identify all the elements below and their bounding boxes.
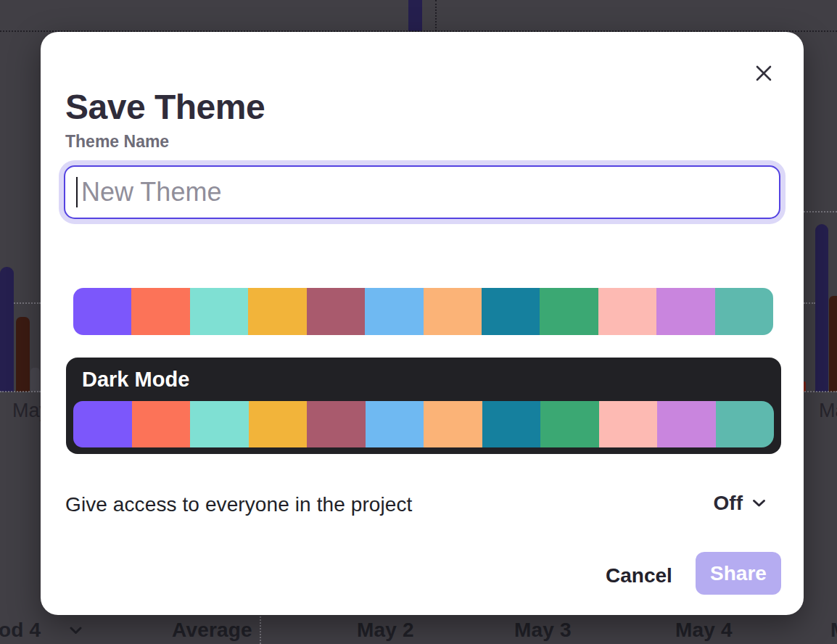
dark-mode-label: Dark Mode bbox=[82, 368, 189, 392]
close-icon[interactable] bbox=[752, 62, 775, 85]
color-swatch bbox=[131, 288, 189, 335]
color-swatch bbox=[657, 401, 716, 447]
gridline bbox=[260, 613, 261, 644]
color-swatch bbox=[598, 288, 656, 335]
chart-bar bbox=[0, 267, 14, 392]
chart-bar bbox=[16, 317, 30, 392]
axis-label: May 4 bbox=[675, 619, 733, 642]
color-swatch bbox=[366, 401, 424, 447]
dark-mode-palette bbox=[73, 401, 774, 447]
color-swatch bbox=[365, 288, 423, 335]
color-swatch bbox=[190, 401, 249, 447]
color-swatch bbox=[73, 401, 132, 447]
color-swatch bbox=[599, 401, 658, 447]
axis-label: M bbox=[830, 619, 837, 642]
save-theme-dialog: Save Theme Theme Name Light Mode Dark Mo… bbox=[41, 32, 804, 615]
axis-label: Average bbox=[172, 619, 252, 642]
color-swatch bbox=[656, 288, 714, 335]
color-swatch bbox=[248, 288, 306, 335]
dialog-title: Save Theme bbox=[65, 90, 265, 125]
color-swatch bbox=[716, 401, 775, 447]
access-value: Off bbox=[714, 492, 743, 515]
color-swatch bbox=[132, 401, 191, 447]
axis-label: Ma bbox=[819, 400, 837, 422]
light-mode-palette bbox=[73, 288, 773, 335]
gridline bbox=[435, 0, 437, 31]
axis-dropdown-label: od 4 bbox=[0, 619, 41, 642]
axis-label: May 3 bbox=[514, 619, 572, 642]
text-cursor bbox=[76, 177, 78, 207]
chevron-down-icon bbox=[70, 627, 82, 635]
access-label: Give access to everyone in the project bbox=[65, 493, 413, 516]
color-swatch bbox=[190, 288, 248, 335]
gridline bbox=[804, 211, 837, 212]
color-swatch bbox=[482, 288, 540, 335]
color-swatch bbox=[249, 401, 308, 447]
color-swatch bbox=[424, 401, 482, 447]
color-swatch bbox=[482, 401, 541, 447]
theme-name-field-wrap bbox=[64, 165, 780, 219]
gridline bbox=[0, 391, 41, 392]
theme-name-label: Theme Name bbox=[65, 132, 169, 152]
cancel-button[interactable]: Cancel bbox=[592, 557, 686, 595]
share-button[interactable]: Share bbox=[696, 552, 781, 595]
screen: May Ma od 4 Average May 2 May 3 May 4 M … bbox=[0, 0, 837, 644]
gridline bbox=[802, 391, 837, 392]
axis-label: May 2 bbox=[357, 619, 414, 642]
color-swatch bbox=[307, 288, 365, 335]
chart-bar bbox=[30, 368, 40, 392]
dark-mode-card: Dark Mode bbox=[66, 358, 781, 454]
gridline bbox=[804, 302, 815, 304]
access-dropdown[interactable]: Off bbox=[714, 492, 766, 515]
color-swatch bbox=[715, 288, 773, 335]
chart-bar bbox=[815, 224, 828, 392]
color-swatch bbox=[540, 288, 598, 335]
color-swatch bbox=[73, 288, 131, 335]
color-swatch bbox=[424, 288, 482, 335]
chart-bar bbox=[408, 0, 422, 31]
chart-bar bbox=[829, 296, 837, 392]
color-swatch bbox=[540, 401, 599, 447]
chevron-down-icon bbox=[752, 499, 766, 508]
theme-name-input[interactable] bbox=[64, 165, 780, 219]
color-swatch bbox=[307, 401, 366, 447]
